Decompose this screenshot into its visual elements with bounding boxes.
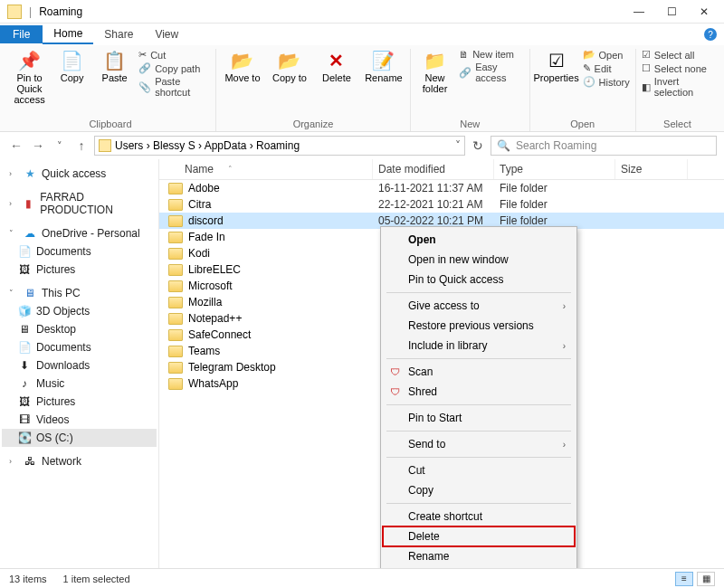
nav-documents2[interactable]: 📄Documents [2, 338, 157, 356]
paste-shortcut-button[interactable]: 📎Paste shortcut [138, 76, 210, 98]
ctx-shred[interactable]: 🛡Shred [383, 382, 575, 402]
copy-button[interactable]: 📄Copy [53, 49, 90, 83]
nav-pictures[interactable]: 🖼Pictures [2, 261, 157, 279]
icons-view-button[interactable]: ▦ [697, 572, 715, 586]
move-to-button[interactable]: 📂Move to [222, 49, 263, 83]
file-date: 05-02-2022 10:21 PM [373, 214, 494, 227]
sort-icon: ˄ [228, 165, 233, 174]
pictures-icon: 🖼 [18, 263, 31, 276]
col-date[interactable]: Date modified [373, 159, 494, 179]
nav-onedrive[interactable]: ˅☁OneDrive - Personal [2, 224, 157, 242]
ctx-rename[interactable]: Rename [383, 546, 575, 566]
ctx-delete[interactable]: Delete [383, 526, 575, 546]
new-folder-icon: 📁 [423, 49, 448, 72]
ctx-include-library[interactable]: Include in library› [383, 336, 575, 356]
star-icon: ★ [24, 167, 36, 180]
nav-quick-access[interactable]: ›★Quick access [2, 165, 157, 183]
cut-button[interactable]: ✂Cut [138, 49, 210, 61]
forward-button[interactable]: → [29, 138, 47, 153]
new-folder-button[interactable]: 📁New folder [416, 49, 453, 94]
rename-button[interactable]: 📝Rename [363, 49, 405, 83]
tab-share[interactable]: Share [93, 25, 144, 43]
select-group-label: Select [663, 117, 691, 131]
minimize-button[interactable]: — [623, 1, 655, 23]
ctx-scan[interactable]: 🛡Scan [383, 362, 575, 382]
nav-downloads-label: Downloads [36, 359, 90, 372]
nav-3d-objects-label: 3D Objects [36, 305, 90, 318]
breadcrumb-dropdown-icon[interactable]: ˅ [455, 139, 461, 152]
nav-this-pc[interactable]: ˅🖥This PC [2, 284, 157, 302]
ctx-cut[interactable]: Cut [383, 460, 575, 480]
nav-pictures2-label: Pictures [36, 395, 75, 408]
nav-downloads[interactable]: ⬇Downloads [2, 356, 157, 375]
delete-button[interactable]: ✕Delete [316, 49, 357, 83]
ctx-pin-quick-access[interactable]: Pin to Quick access [383, 270, 575, 289]
ctx-send-to[interactable]: Send to› [383, 434, 575, 454]
file-name: WhatsApp [188, 377, 238, 390]
tab-home[interactable]: Home [43, 24, 93, 44]
nav-3d-objects[interactable]: 🧊3D Objects [2, 302, 157, 320]
breadcrumb-folder-icon [99, 139, 111, 152]
copy-path-button[interactable]: 🔗Copy path [138, 62, 210, 74]
invert-selection-label: Invert selection [654, 76, 713, 98]
breadcrumb[interactable]: Users › Blessy S › AppData › Roaming ˅ [94, 136, 465, 156]
ctx-open-new-window[interactable]: Open in new window [383, 250, 575, 270]
pin-quick-access-button[interactable]: 📌Pin to Quick access [11, 49, 48, 105]
nav-os-c-label: OS (C:) [36, 432, 73, 444]
select-none-button[interactable]: ☐Select none [642, 62, 713, 74]
close-button[interactable]: ✕ [688, 1, 720, 23]
ctx-create-shortcut[interactable]: Create shortcut [383, 507, 575, 526]
open-button[interactable]: 📂Open [583, 49, 630, 61]
col-size[interactable]: Size [615, 159, 688, 179]
videos-icon: 🎞 [18, 413, 31, 426]
copy-to-label: Copy to [272, 72, 307, 83]
nav-desktop[interactable]: 🖥Desktop [2, 320, 157, 338]
pictures-icon: 🖼 [18, 395, 31, 408]
select-all-button[interactable]: ☑Select all [642, 49, 713, 61]
copy-to-button[interactable]: 📂Copy to [269, 49, 310, 83]
delete-label: Delete [322, 72, 351, 83]
new-folder-label: New folder [416, 72, 453, 94]
refresh-button[interactable]: ↻ [469, 138, 487, 153]
documents-icon: 📄 [18, 245, 31, 258]
file-name: LibreELEC [188, 263, 241, 276]
nav-music[interactable]: ♪Music [2, 375, 157, 393]
cut-label: Cut [150, 50, 166, 61]
nav-documents[interactable]: 📄Documents [2, 242, 157, 261]
tab-file[interactable]: File [0, 25, 43, 43]
table-row[interactable]: Citra22-12-2021 10:21 AMFile folder [159, 196, 724, 213]
help-icon[interactable]: ? [704, 28, 717, 41]
maximize-button[interactable]: ☐ [655, 1, 688, 23]
col-name[interactable]: Name˄ [159, 159, 373, 179]
new-item-button[interactable]: 🗎New item [459, 49, 523, 60]
invert-selection-button[interactable]: ◧Invert selection [642, 76, 713, 98]
history-button[interactable]: 🕘History [583, 76, 630, 88]
col-type[interactable]: Type [494, 159, 615, 179]
tab-view[interactable]: View [144, 25, 189, 43]
search-input[interactable]: 🔍 Search Roaming [491, 136, 717, 156]
column-headers: Name˄ Date modified Type Size [159, 159, 724, 180]
ctx-pin-start[interactable]: Pin to Start [383, 408, 575, 428]
nav-network[interactable]: ›🖧Network [2, 452, 157, 470]
nav-documents2-label: Documents [36, 341, 91, 354]
back-button[interactable]: ← [7, 138, 25, 153]
ctx-give-access[interactable]: Give access to› [383, 296, 575, 316]
up-button[interactable]: ↑ [72, 138, 90, 153]
ctx-restore-versions[interactable]: Restore previous versions [383, 316, 575, 336]
recent-button[interactable]: ˅ [51, 140, 69, 152]
ctx-copy[interactable]: Copy [383, 480, 575, 500]
nav-farrad[interactable]: ›▮FARRAD PRODUCTION [2, 188, 157, 219]
ctx-open[interactable]: Open [383, 230, 575, 250]
edit-button[interactable]: ✎Edit [583, 62, 630, 74]
nav-os-c[interactable]: 💽OS (C:) [2, 429, 157, 447]
paste-button[interactable]: 📋Paste [96, 49, 133, 83]
properties-button[interactable]: ☑Properties [536, 49, 577, 83]
file-name: Fade In [188, 231, 225, 243]
nav-videos[interactable]: 🎞Videos [2, 411, 157, 429]
details-view-button[interactable]: ≡ [675, 572, 693, 586]
table-row[interactable]: Adobe16-11-2021 11:37 AMFile folder [159, 180, 724, 196]
nav-pictures2[interactable]: 🖼Pictures [2, 393, 157, 411]
ribbon-group-select: ☑Select all ☐Select none ◧Invert selecti… [636, 49, 719, 131]
easy-access-button[interactable]: 🔗Easy access [459, 62, 523, 83]
move-to-icon: 📂 [230, 49, 255, 72]
